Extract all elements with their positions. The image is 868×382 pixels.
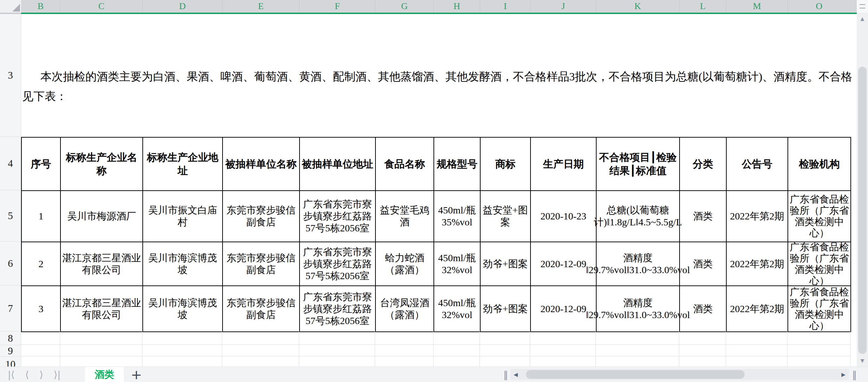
column-header-K[interactable]: K <box>596 0 679 13</box>
table-cell[interactable]: 3 <box>22 286 61 332</box>
table-cell[interactable]: 东莞市寮步骏信副食店 <box>223 286 300 332</box>
table-cell[interactable]: 广东省东莞市寮步镇寮步红荔路57号5栋2056室 <box>300 286 376 332</box>
empty-cell[interactable] <box>726 345 787 356</box>
table-cell[interactable]: 酒类 <box>680 286 727 332</box>
empty-cell[interactable] <box>433 345 480 356</box>
table-cell[interactable]: 2022年第2期 <box>727 242 788 286</box>
table-cell[interactable]: 吴川市海滨博茂坡 <box>143 242 223 286</box>
row-header-10[interactable]: 10 <box>0 357 21 367</box>
add-sheet-button[interactable]: + <box>131 367 142 382</box>
column-header-E[interactable]: E <box>222 0 299 13</box>
table-header-cell[interactable]: 生产日期 <box>531 138 597 191</box>
column-header-F[interactable]: F <box>299 0 375 13</box>
row-header-3[interactable]: 3 <box>0 14 21 137</box>
empty-cell[interactable] <box>60 331 142 345</box>
select-all-corner[interactable] <box>0 0 21 14</box>
empty-cell[interactable] <box>222 345 299 356</box>
table-cell[interactable]: 酒类 <box>680 191 727 242</box>
column-header-B[interactable]: B <box>21 0 60 13</box>
table-cell[interactable]: 2022年第2期 <box>727 191 788 242</box>
table-cell[interactable]: 1 <box>22 191 61 242</box>
table-header-cell[interactable]: 食品名称 <box>376 138 434 191</box>
intro-paragraph-cell[interactable]: 本次抽检的酒类主要为白酒、果酒、啤酒、葡萄酒、黄酒、配制酒、其他蒸馏酒、其他发酵… <box>22 67 857 106</box>
empty-cell[interactable] <box>480 331 530 345</box>
scroll-up-button[interactable]: ▲ <box>857 14 868 23</box>
table-cell[interactable]: 湛江京都三星酒业有限公司 <box>61 286 143 332</box>
table-cell[interactable]: 450ml/瓶 32%vol <box>434 242 481 286</box>
column-header-G[interactable]: G <box>375 0 433 13</box>
last-sheet-button[interactable]: ⟩| <box>54 367 61 382</box>
table-header-cell[interactable]: 检验机构 <box>788 138 851 191</box>
horizontal-split-handle-left[interactable]: ‖ <box>503 367 508 382</box>
table-header-cell[interactable]: 不合格项目┃检验结果┃标准值 <box>597 138 680 191</box>
next-sheet-button[interactable]: ⟩ <box>39 367 43 382</box>
row-header-9[interactable]: 9 <box>0 345 21 357</box>
table-cell[interactable]: 劲爷+图案 <box>481 242 531 286</box>
vertical-scroll-thumb[interactable] <box>858 67 867 354</box>
table-header-cell[interactable]: 标称生产企业名称 <box>61 138 143 191</box>
table-cell[interactable]: 吴川市振文白庙村 <box>143 191 223 242</box>
row-header-4[interactable]: 4 <box>0 137 21 190</box>
vertical-split-handle[interactable] <box>857 0 868 13</box>
table-cell[interactable]: 台湾凤湿酒（露酒） <box>376 286 434 332</box>
table-header-cell[interactable]: 标称生产企业地址 <box>143 138 223 191</box>
empty-cell[interactable] <box>21 345 60 356</box>
empty-cell[interactable] <box>142 345 222 356</box>
row-header-5[interactable]: 5 <box>0 190 21 242</box>
row-header-7[interactable]: 7 <box>0 285 21 331</box>
table-cell[interactable]: 广东省东莞市寮步镇寮步红荔路57号5栋2056室 <box>300 242 376 286</box>
table-header-cell[interactable]: 被抽样单位名称 <box>223 138 300 191</box>
empty-cell[interactable] <box>60 345 142 356</box>
empty-cell[interactable] <box>222 331 299 345</box>
prev-sheet-button[interactable]: ⟨ <box>25 367 29 382</box>
empty-cell[interactable] <box>375 356 433 367</box>
table-cell[interactable]: 2022年第2期 <box>727 286 788 332</box>
scroll-left-button[interactable]: ◀ <box>510 369 521 380</box>
empty-cell[interactable] <box>433 356 480 367</box>
table-cell[interactable]: 广东省食品检验所（广东省酒类检测中心） <box>788 191 851 242</box>
first-sheet-button[interactable]: |⟨ <box>8 367 15 382</box>
column-header-D[interactable]: D <box>142 0 222 13</box>
horizontal-split-handle-right[interactable]: ‖ <box>852 367 857 382</box>
table-cell[interactable]: 酒精度‖29.7%vol‖31.0~33.0%vol <box>597 286 680 332</box>
column-header-O[interactable]: O <box>787 0 850 13</box>
empty-cell[interactable] <box>596 331 679 345</box>
empty-cell[interactable] <box>222 356 299 367</box>
table-cell[interactable]: 吴川市海滨博茂坡 <box>143 286 223 332</box>
column-header-I[interactable]: I <box>480 0 530 13</box>
column-header-H[interactable]: H <box>433 0 480 13</box>
empty-cell[interactable] <box>787 345 850 356</box>
empty-cell[interactable] <box>375 331 433 345</box>
table-cell[interactable]: 广东省东莞市寮步镇寮步红荔路57号5栋2056室 <box>300 191 376 242</box>
table-cell[interactable]: 广东省食品检验所（广东省酒类检测中心） <box>788 286 851 332</box>
empty-cell[interactable] <box>530 345 596 356</box>
empty-cell[interactable] <box>142 331 222 345</box>
table-header-cell[interactable]: 商标 <box>481 138 531 191</box>
vertical-scrollbar[interactable]: ▲ ▼ <box>857 0 868 367</box>
table-cell[interactable]: 益安堂毛鸡酒 <box>376 191 434 242</box>
column-header-L[interactable]: L <box>679 0 726 13</box>
table-header-cell[interactable]: 规格型号 <box>434 138 481 191</box>
empty-cell[interactable] <box>21 356 60 367</box>
empty-cell[interactable] <box>726 356 787 367</box>
empty-cell[interactable] <box>299 356 375 367</box>
table-cell[interactable]: 东莞市寮步骏信副食店 <box>223 242 300 286</box>
column-header-M[interactable]: M <box>726 0 787 13</box>
table-cell[interactable]: 劲爷+图案 <box>481 286 531 332</box>
table-cell[interactable]: 湛江京都三星酒业有限公司 <box>61 242 143 286</box>
empty-cell[interactable] <box>299 331 375 345</box>
table-cell[interactable]: 益安堂+图案 <box>481 191 531 242</box>
empty-cell[interactable] <box>433 331 480 345</box>
row-header-8[interactable]: 8 <box>0 331 21 345</box>
empty-cell[interactable] <box>480 345 530 356</box>
table-cell[interactable]: 2 <box>22 242 61 286</box>
horizontal-scrollbar[interactable]: ◀ ▶ <box>510 369 849 380</box>
empty-cell[interactable] <box>299 345 375 356</box>
row-header-6[interactable]: 6 <box>0 242 21 285</box>
empty-cell[interactable] <box>596 345 679 356</box>
empty-cell[interactable] <box>679 345 726 356</box>
table-cell[interactable]: 2020-10-23 <box>531 191 597 242</box>
table-cell[interactable]: 酒精度‖29.7%vol‖31.0~33.0%vol <box>597 242 680 286</box>
table-header-cell[interactable]: 序号 <box>22 138 61 191</box>
scroll-right-button[interactable]: ▶ <box>838 369 849 380</box>
